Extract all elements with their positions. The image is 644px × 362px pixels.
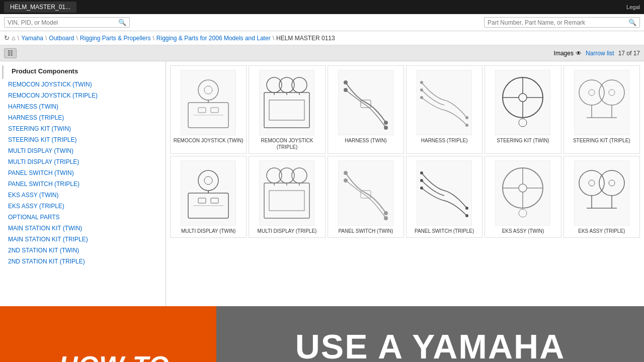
video-overlay[interactable]: › HOW-TO USE A YAMAHA ENGINE SCHEMATIC	[0, 306, 644, 362]
svg-point-32	[579, 80, 604, 105]
product-card[interactable]: REMOCON JOYSTICK (TWIN)	[170, 65, 247, 154]
svg-point-57	[384, 216, 388, 220]
search-icon-right[interactable]: 🔍	[628, 19, 636, 26]
svg-point-45	[204, 176, 212, 185]
search-icon-left[interactable]: 🔍	[118, 19, 126, 26]
product-label: PANEL SWITCH (TWIN)	[338, 228, 393, 234]
product-thumbnail	[181, 70, 236, 135]
svg-point-31	[519, 119, 527, 127]
svg-rect-14	[269, 100, 304, 120]
video-title: USE A YAMAHA ENGINE SCHEMATIC	[252, 328, 609, 362]
main-content: Product Components REMOCON JOYSTICK (TWI…	[0, 61, 644, 306]
product-card[interactable]: EKS ASSY (TRIPLE)	[564, 156, 640, 238]
svg-point-63	[465, 214, 468, 217]
product-label: REMOCON JOYSTICK (TWIN)	[174, 137, 244, 144]
top-bar: HELM_MASTER_01... Legal	[0, 0, 644, 14]
sidebar-item-13[interactable]: MAIN STATION KIT (TWIN)	[0, 223, 166, 234]
product-label: PANEL SWITCH (TRIPLE)	[415, 228, 474, 234]
product-label: EKS ASSY (TRIPLE)	[578, 228, 625, 234]
svg-point-20	[420, 81, 423, 84]
product-card[interactable]: PANEL SWITCH (TWIN)	[328, 156, 404, 238]
view-toggle-button[interactable]: ☷	[4, 48, 17, 58]
svg-point-23	[465, 116, 468, 119]
toolbar: ☷ Images 👁 Narrow list 17 of 17	[0, 45, 644, 61]
svg-point-59	[420, 171, 423, 174]
svg-point-17	[384, 121, 388, 125]
product-thumbnail	[417, 160, 472, 226]
chevron-icon: ›	[47, 351, 55, 362]
breadcrumb: ↻ ⌂ \ Yamaha \ Outboard \ Rigging Parts …	[0, 31, 644, 45]
sidebar-item-14[interactable]: MAIN STATION KIT (TRIPLE)	[0, 234, 166, 245]
svg-rect-7	[264, 93, 309, 128]
search-bar: 🔍 🔍	[0, 14, 644, 31]
product-label: MULTI DISPLAY (TWIN)	[181, 228, 235, 234]
sidebar-item-15[interactable]: 2ND STATION KIT (TWIN)	[0, 245, 166, 256]
svg-point-16	[344, 88, 348, 92]
breadcrumb-current: HELM MASTER 0113	[276, 35, 335, 42]
part-search-input[interactable]	[488, 19, 628, 26]
product-label: STEERING KIT (TRIPLE)	[573, 137, 630, 144]
breadcrumb-outboard[interactable]: Outboard	[49, 35, 74, 42]
product-card[interactable]: EKS ASSY (TWIN)	[485, 156, 561, 238]
history-icon[interactable]: ↻	[4, 34, 10, 42]
svg-point-70	[519, 209, 527, 217]
eye-icon: 👁	[576, 50, 582, 57]
tab-title[interactable]: HELM_MASTER_01...	[4, 2, 76, 13]
legal-link[interactable]: Legal	[626, 4, 640, 10]
product-card[interactable]: MULTI DISPLAY (TWIN)	[170, 156, 247, 238]
breadcrumb-rigging-2006[interactable]: Rigging & Parts for 2006 Models and Late…	[156, 35, 271, 42]
svg-point-34	[589, 89, 595, 96]
product-card[interactable]: HARNESS (TRIPLE)	[406, 65, 482, 154]
sidebar-item-1[interactable]: REMOCON JOYSTICK (TRIPLE)	[0, 90, 166, 101]
sidebar-item-9[interactable]: PANEL SWITCH (TRIPLE)	[0, 178, 166, 190]
sidebar-item-5[interactable]: STEERING KIT (TRIPLE)	[0, 134, 166, 145]
video-right-panel: USE A YAMAHA ENGINE SCHEMATIC	[216, 306, 644, 362]
svg-point-35	[609, 89, 615, 96]
home-icon[interactable]: ⌂	[12, 34, 16, 42]
product-card[interactable]: STEERING KIT (TWIN)	[485, 65, 561, 154]
svg-point-62	[465, 207, 468, 210]
product-card[interactable]: REMOCON JOYSTICK (TRIPLE)	[249, 65, 325, 154]
product-label: HARNESS (TWIN)	[345, 137, 386, 144]
sidebar: Product Components REMOCON JOYSTICK (TWI…	[0, 61, 166, 306]
sidebar-item-3[interactable]: HARNESS (TRIPLE)	[0, 112, 166, 123]
sidebar-item-7[interactable]: MULTI DISPLAY (TRIPLE)	[0, 156, 166, 167]
product-thumbnail	[181, 160, 236, 226]
breadcrumb-yamaha[interactable]: Yamaha	[21, 35, 43, 42]
sidebar-item-2[interactable]: HARNESS (TWIN)	[0, 101, 166, 112]
sidebar-item-4[interactable]: STEERING KIT (TWIN)	[0, 123, 166, 134]
svg-point-61	[420, 187, 423, 190]
product-label: HARNESS (TRIPLE)	[421, 137, 468, 144]
sidebar-item-11[interactable]: EKS ASSY (TRIPLE)	[0, 201, 166, 212]
svg-rect-42	[198, 198, 206, 203]
product-label: STEERING KIT (TWIN)	[497, 137, 549, 144]
sidebar-item-0[interactable]: REMOCON JOYSTICK (TWIN)	[0, 79, 166, 90]
sidebar-item-10[interactable]: EKS ASSY (TWIN)	[0, 190, 166, 201]
svg-point-33	[599, 80, 624, 105]
vin-search-input[interactable]	[8, 19, 118, 26]
breadcrumb-rigging[interactable]: Rigging Parts & Propellers	[80, 35, 151, 42]
video-left-panel: › HOW-TO	[0, 306, 216, 362]
product-thumbnail	[338, 70, 393, 135]
sidebar-item-12[interactable]: OPTIONAL PARTS	[0, 212, 166, 223]
product-card[interactable]: MULTI DISPLAY (TRIPLE)	[249, 156, 325, 238]
svg-point-74	[609, 180, 615, 186]
product-thumbnail	[495, 160, 550, 226]
sidebar-item-6[interactable]: MULTI DISPLAY (TWIN)	[0, 145, 166, 156]
product-card[interactable]: PANEL SWITCH (TRIPLE)	[406, 156, 482, 238]
product-thumbnail	[574, 70, 629, 135]
narrow-list-link[interactable]: Narrow list	[586, 50, 614, 57]
sidebar-item-8[interactable]: PANEL SWITCH (TWIN)	[0, 167, 166, 178]
product-thumbnail	[338, 160, 393, 226]
product-card[interactable]: HARNESS (TWIN)	[328, 65, 404, 154]
product-label: EKS ASSY (TWIN)	[502, 228, 544, 234]
images-toggle[interactable]: Images 👁	[554, 50, 582, 57]
product-grid: REMOCON JOYSTICK (TWIN) REMOCON JOYSTICK…	[166, 61, 644, 306]
svg-rect-4	[211, 108, 218, 113]
sidebar-header: Product Components	[2, 65, 166, 79]
sidebar-item-16[interactable]: 2ND STATION KIT (TRIPLE)	[0, 256, 166, 267]
svg-point-72	[599, 170, 624, 196]
count-text: 17 of 17	[618, 50, 640, 57]
product-thumbnail	[417, 70, 472, 135]
product-card[interactable]: STEERING KIT (TRIPLE)	[564, 65, 640, 154]
